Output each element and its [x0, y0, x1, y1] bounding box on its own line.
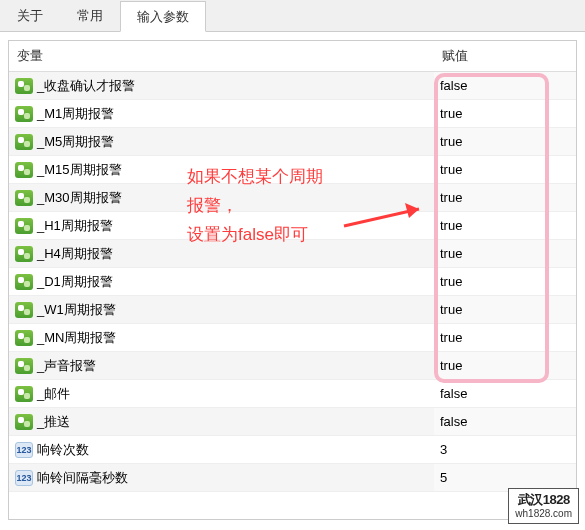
- cell-variable[interactable]: _邮件: [9, 380, 434, 408]
- bool-type-icon: [15, 78, 33, 94]
- col-header-variable[interactable]: 变量: [9, 41, 434, 72]
- cell-variable[interactable]: _H4周期报警: [9, 240, 434, 268]
- table-row[interactable]: _M1周期报警true: [9, 100, 576, 128]
- tab-common[interactable]: 常用: [60, 0, 120, 31]
- cell-value[interactable]: false: [434, 72, 576, 100]
- cell-value[interactable]: 3: [434, 436, 576, 464]
- table-row[interactable]: _H4周期报警true: [9, 240, 576, 268]
- tab-inputs[interactable]: 输入参数: [120, 1, 206, 32]
- bool-type-icon: [15, 134, 33, 150]
- bool-type-icon: [15, 162, 33, 178]
- variable-name: _H4周期报警: [37, 246, 113, 261]
- cell-value[interactable]: true: [434, 352, 576, 380]
- cell-variable[interactable]: _H1周期报警: [9, 212, 434, 240]
- cell-value[interactable]: true: [434, 100, 576, 128]
- cell-variable[interactable]: _推送: [9, 408, 434, 436]
- variable-name: _M1周期报警: [37, 106, 114, 121]
- cell-variable[interactable]: _D1周期报警: [9, 268, 434, 296]
- variable-name: _邮件: [37, 386, 70, 401]
- bool-type-icon: [15, 330, 33, 346]
- cell-variable[interactable]: _MN周期报警: [9, 324, 434, 352]
- watermark-sub: wh1828.com: [515, 508, 572, 520]
- bool-type-icon: [15, 414, 33, 430]
- cell-value[interactable]: true: [434, 324, 576, 352]
- tab-bar: 关于 常用 输入参数: [0, 0, 585, 32]
- bool-type-icon: [15, 190, 33, 206]
- cell-variable[interactable]: _M30周期报警: [9, 184, 434, 212]
- cell-variable[interactable]: _M15周期报警: [9, 156, 434, 184]
- cell-value[interactable]: true: [434, 240, 576, 268]
- table-row[interactable]: _D1周期报警true: [9, 268, 576, 296]
- bool-type-icon: [15, 106, 33, 122]
- cell-value[interactable]: true: [434, 128, 576, 156]
- variable-name: _W1周期报警: [37, 302, 116, 317]
- table-row[interactable]: 123响铃间隔毫秒数5: [9, 464, 576, 492]
- table-row[interactable]: _H1周期报警true: [9, 212, 576, 240]
- table-row[interactable]: _MN周期报警true: [9, 324, 576, 352]
- cell-variable[interactable]: _W1周期报警: [9, 296, 434, 324]
- number-type-icon: 123: [15, 470, 33, 486]
- cell-variable[interactable]: _M5周期报警: [9, 128, 434, 156]
- cell-variable[interactable]: _声音报警: [9, 352, 434, 380]
- bool-type-icon: [15, 246, 33, 262]
- variable-name: 响铃间隔毫秒数: [37, 470, 128, 485]
- number-type-icon: 123: [15, 442, 33, 458]
- table-row[interactable]: _W1周期报警true: [9, 296, 576, 324]
- cell-value[interactable]: true: [434, 156, 576, 184]
- cell-value[interactable]: true: [434, 212, 576, 240]
- watermark-brand: 武汉1828: [515, 492, 572, 508]
- variable-name: _M30周期报警: [37, 190, 122, 205]
- variable-name: _H1周期报警: [37, 218, 113, 233]
- variable-name: _D1周期报警: [37, 274, 113, 289]
- cell-value[interactable]: true: [434, 296, 576, 324]
- variable-name: _推送: [37, 414, 70, 429]
- bool-type-icon: [15, 358, 33, 374]
- variable-name: _MN周期报警: [37, 330, 116, 345]
- table-row[interactable]: _M5周期报警true: [9, 128, 576, 156]
- parameters-table: 变量 赋值 _收盘确认才报警false_M1周期报警true_M5周期报警tru…: [9, 41, 576, 492]
- tab-about[interactable]: 关于: [0, 0, 60, 31]
- cell-value[interactable]: false: [434, 380, 576, 408]
- table-row[interactable]: _M15周期报警true: [9, 156, 576, 184]
- cell-value[interactable]: true: [434, 268, 576, 296]
- bool-type-icon: [15, 302, 33, 318]
- variable-name: _M15周期报警: [37, 162, 122, 177]
- bool-type-icon: [15, 218, 33, 234]
- cell-value[interactable]: true: [434, 184, 576, 212]
- bool-type-icon: [15, 274, 33, 290]
- table-row[interactable]: _M30周期报警true: [9, 184, 576, 212]
- cell-variable[interactable]: _收盘确认才报警: [9, 72, 434, 100]
- variable-name: _收盘确认才报警: [37, 78, 135, 93]
- variable-name: 响铃次数: [37, 442, 89, 457]
- table-header-row: 变量 赋值: [9, 41, 576, 72]
- table-row[interactable]: _声音报警true: [9, 352, 576, 380]
- table-row[interactable]: 123响铃次数3: [9, 436, 576, 464]
- table-row[interactable]: _邮件false: [9, 380, 576, 408]
- parameters-grid: 变量 赋值 _收盘确认才报警false_M1周期报警true_M5周期报警tru…: [8, 40, 577, 520]
- cell-variable[interactable]: _M1周期报警: [9, 100, 434, 128]
- cell-variable[interactable]: 123响铃间隔毫秒数: [9, 464, 434, 492]
- variable-name: _声音报警: [37, 358, 96, 373]
- cell-variable[interactable]: 123响铃次数: [9, 436, 434, 464]
- table-row[interactable]: _收盘确认才报警false: [9, 72, 576, 100]
- cell-value[interactable]: 5: [434, 464, 576, 492]
- table-row[interactable]: _推送false: [9, 408, 576, 436]
- cell-value[interactable]: false: [434, 408, 576, 436]
- bool-type-icon: [15, 386, 33, 402]
- variable-name: _M5周期报警: [37, 134, 114, 149]
- col-header-value[interactable]: 赋值: [434, 41, 576, 72]
- watermark: 武汉1828 wh1828.com: [508, 488, 579, 524]
